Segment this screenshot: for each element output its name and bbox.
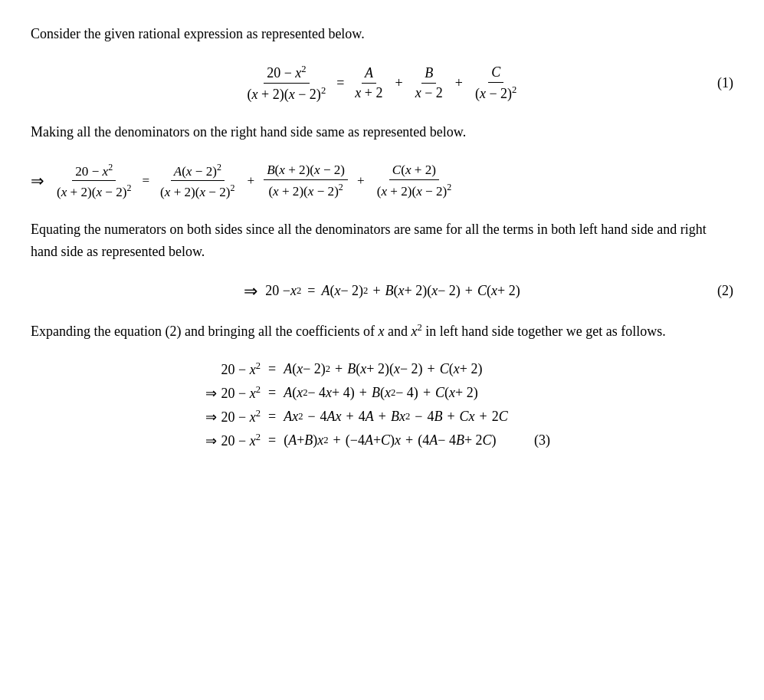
eq1-number: (1) xyxy=(717,75,733,91)
aligned-row-3: ⇒ 20 − x2 = Ax2 − 4Ax + 4A + Bx2 − 4B + … xyxy=(123,408,508,426)
term-A-expanded: A(x − 2)2 (x + 2)(x − 2)2 xyxy=(157,162,238,200)
term-B-expanded: B(x + 2)(x − 2) (x + 2)(x − 2)2 xyxy=(264,163,348,199)
page-content: Consider the given rational expression a… xyxy=(31,23,733,452)
eq3-number: (3) xyxy=(534,432,550,449)
para3-text: Expanding the equation (2) and bringing … xyxy=(31,320,733,343)
lhs-fraction-eq1: 20 − x2 (x + 2)(x − 2)2 xyxy=(244,64,330,103)
eq2-number: (2) xyxy=(717,283,733,299)
term-C: C (x − 2)2 xyxy=(472,64,520,102)
equation-2: ⇒ 20 − x2 = A(x − 2)2 + B(x + 2)(x − 2) … xyxy=(31,281,733,301)
para2-text: Equating the numerators on both sides si… xyxy=(31,219,733,263)
equation-denominators: ⇒ 20 − x2 (x + 2)(x − 2)2 = A(x − 2)2 (x… xyxy=(31,162,733,200)
aligned-row-4: ⇒ 20 − x2 = (A + B)x2 + (−4A + C)x + (4A… xyxy=(123,432,733,449)
aligned-row-2: ⇒ 20 − x2 = A(x2 − 4x + 4) + B(x2 − 4) +… xyxy=(123,384,478,402)
intro-text: Consider the given rational expression a… xyxy=(31,23,733,45)
aligned-row-1: 20 − x2 = A(x − 2)2 + B(x + 2)(x − 2) + … xyxy=(123,360,482,378)
aligned-equations: 20 − x2 = A(x − 2)2 + B(x + 2)(x − 2) + … xyxy=(31,357,733,452)
equation-1: 20 − x2 (x + 2)(x − 2)2 = A x + 2 + B x … xyxy=(31,64,733,103)
term-C-expanded: C(x + 2) (x + 2)(x − 2)2 xyxy=(374,163,454,199)
para1-text: Making all the denominators on the right… xyxy=(31,121,733,143)
term-A: A x + 2 xyxy=(352,65,385,101)
lhs-fraction-wide: 20 − x2 (x + 2)(x − 2)2 xyxy=(54,162,134,200)
term-B: B x − 2 xyxy=(412,65,446,101)
